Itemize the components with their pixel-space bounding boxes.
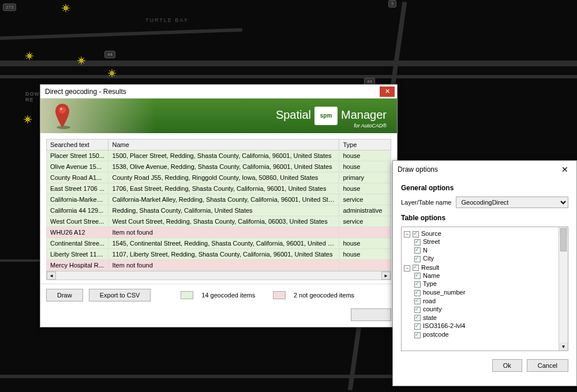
checkbox[interactable]: [414, 323, 421, 330]
export-csv-button[interactable]: Export to CSV: [89, 289, 151, 301]
col-type[interactable]: Type: [339, 140, 391, 150]
svg-point-27: [60, 108, 62, 110]
table-row[interactable]: California-Market ...California-Market A…: [47, 194, 391, 205]
vertical-scrollbar[interactable]: ▲ ▼: [559, 227, 568, 350]
cell-searched: Olive Avenue 15...: [47, 161, 108, 172]
marker-icon: [77, 56, 85, 65]
checkbox[interactable]: [414, 273, 421, 279]
tree-node[interactable]: Type: [414, 280, 567, 288]
svg-point-26: [59, 107, 66, 114]
results-dialog: Direct geocoding - Results ✕ SpatialspmM…: [40, 84, 398, 327]
options-titlebar[interactable]: Draw options ✕: [393, 161, 576, 178]
checkbox[interactable]: [414, 307, 421, 313]
checkbox[interactable]: [414, 315, 421, 321]
table-row[interactable]: Mercy Hospital R...Item not found: [47, 260, 391, 271]
checkbox[interactable]: [414, 256, 421, 262]
cell-searched: West Court Stree...: [47, 216, 108, 227]
cell-type: primary: [339, 172, 391, 183]
table-row[interactable]: Liberty Street 110...1107, Liberty Stree…: [47, 249, 391, 260]
marker-icon: [62, 4, 70, 12]
cell-searched: County Road A1...: [47, 172, 108, 183]
cell-name: 1706, East Street, Redding, Shasta Count…: [108, 183, 339, 194]
tree-node[interactable]: ISO3166-2-lvl4: [414, 322, 567, 330]
checkbox[interactable]: [413, 265, 419, 271]
cell-name: 1538, Olive Avenue, Redding, Shasta Coun…: [108, 161, 339, 172]
route-shield: 44: [104, 51, 115, 58]
scrollbar-thumb[interactable]: [560, 228, 567, 251]
scroll-right-icon[interactable]: ►: [381, 272, 391, 280]
col-searched[interactable]: Searched text: [47, 140, 108, 150]
tree-node[interactable]: Street: [414, 238, 567, 246]
col-name[interactable]: Name: [108, 140, 339, 150]
table-row[interactable]: Continental Stree...1545, Continental St…: [47, 238, 391, 249]
cell-type: administrative: [339, 205, 391, 216]
cell-type: house: [339, 183, 391, 194]
cell-searched: WHU26 A12: [47, 227, 108, 238]
close-icon[interactable]: ✕: [558, 164, 572, 175]
cell-searched: Mercy Hospital R...: [47, 260, 108, 271]
checkbox[interactable]: [414, 290, 421, 296]
tree-node[interactable]: postcode: [414, 330, 567, 339]
checkbox[interactable]: [414, 247, 421, 254]
tree-node[interactable]: N: [414, 246, 567, 255]
cell-type: service: [339, 216, 391, 227]
table-row[interactable]: East Street 1706 ...1706, East Street, R…: [47, 183, 391, 194]
table-row[interactable]: Olive Avenue 15...1538, Olive Avenue, Re…: [47, 161, 391, 172]
cell-type: house: [339, 249, 391, 260]
cell-searched: California 44 129...: [47, 205, 108, 216]
checkbox[interactable]: [414, 298, 421, 304]
route-shield: 273: [3, 3, 16, 11]
cell-type: house: [339, 161, 391, 172]
geocoded-count: 14 geocoded items: [201, 292, 255, 299]
scroll-down-icon[interactable]: ▼: [559, 342, 568, 350]
checkbox[interactable]: [413, 231, 419, 238]
tree-node[interactable]: City: [414, 254, 567, 263]
results-table[interactable]: Searched text Name Type Placer Street 15…: [46, 139, 391, 271]
tree-node[interactable]: −ResultNameTypehouse_numberroadcountysta…: [404, 263, 567, 340]
table-row[interactable]: West Court Stree...West Court Street, Re…: [47, 216, 391, 227]
checkbox[interactable]: [414, 239, 421, 246]
dialog-extra-button[interactable]: [351, 308, 391, 321]
ok-button[interactable]: Ok: [492, 359, 522, 372]
checkbox[interactable]: [414, 281, 421, 288]
cell-name: County Road J55, Redding, Ringgold Count…: [108, 172, 339, 183]
horizontal-scrollbar[interactable]: ◄ ►: [46, 271, 391, 280]
cell-searched: Continental Stree...: [47, 238, 108, 249]
banner: SpatialspmManager for AutoCAD®: [40, 99, 397, 133]
cancel-button[interactable]: Cancel: [527, 359, 568, 372]
cell-searched: California-Market ...: [47, 194, 108, 205]
tree-toggle-icon[interactable]: −: [404, 231, 410, 238]
cell-type: house: [339, 150, 391, 161]
results-titlebar[interactable]: Direct geocoding - Results ✕: [40, 85, 397, 99]
close-button[interactable]: ✕: [380, 86, 395, 97]
tree-node[interactable]: Name: [414, 272, 567, 280]
route-shield: 5: [388, 0, 396, 7]
marker-icon: [24, 115, 32, 123]
tree-node[interactable]: road: [414, 297, 567, 306]
draw-button[interactable]: Draw: [46, 289, 83, 301]
cell-name: 1545, Continental Street, Redding, Shast…: [108, 238, 339, 249]
cell-name: Item not found: [108, 260, 339, 271]
checkbox[interactable]: [414, 332, 421, 338]
cell-type: [339, 260, 391, 271]
general-options-heading: General options: [401, 184, 568, 192]
cell-type: house: [339, 238, 391, 249]
svg-point-25: [57, 126, 70, 129]
tree-node[interactable]: −SourceStreetNCity: [404, 229, 567, 263]
table-options-tree[interactable]: −SourceStreetNCity−ResultNameTypehouse_n…: [401, 227, 568, 351]
table-row[interactable]: County Road A1...County Road J55, Reddin…: [47, 172, 391, 183]
tree-node[interactable]: house_number: [414, 288, 567, 297]
cell-searched: East Street 1706 ...: [47, 183, 108, 194]
layer-name-label: Layer/Table name: [401, 199, 451, 206]
layer-name-select[interactable]: GeocodingDirect: [456, 197, 568, 208]
table-row[interactable]: Placer Street 150...1500, Placer Street,…: [47, 150, 391, 161]
scroll-left-icon[interactable]: ◄: [47, 272, 56, 280]
notgeocoded-swatch: [273, 291, 286, 299]
table-row[interactable]: WHU26 A12Item not found: [47, 227, 391, 238]
cell-type: service: [339, 194, 391, 205]
tree-toggle-icon[interactable]: −: [404, 265, 410, 272]
table-row[interactable]: California 44 129...Redding, Shasta Coun…: [47, 205, 391, 216]
tree-node[interactable]: county: [414, 305, 567, 314]
tree-node[interactable]: state: [414, 314, 567, 322]
brand-subtitle: for AutoCAD®: [354, 123, 387, 129]
